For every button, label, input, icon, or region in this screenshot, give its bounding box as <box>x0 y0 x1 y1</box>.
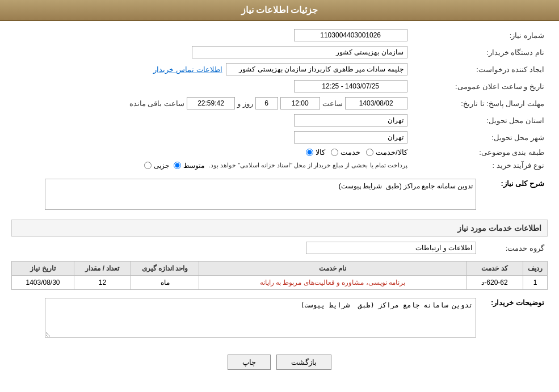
service-code-cell: 620-62-د <box>466 276 523 290</box>
requester-row: ایجاد کننده درخواست: اطلاعات تماس خریدار <box>11 61 548 78</box>
province-label: استان محل تحویل: <box>411 112 548 129</box>
notes-textarea[interactable] <box>45 298 476 338</box>
print-button[interactable]: چاپ <box>228 355 271 370</box>
col-quantity: تعداد / مقدار <box>74 262 131 276</box>
date-cell: 1403/08/30 <box>12 276 74 290</box>
service-name-cell: برنامه نویسی، مشاوره و فعالیت‌های مربوط … <box>199 276 466 290</box>
row-num-cell: 1 <box>523 276 548 290</box>
city-cell <box>11 129 411 146</box>
city-input[interactable] <box>294 131 407 144</box>
service-group-label: گروه خدمت: <box>480 239 548 256</box>
service-group-row: گروه خدمت: <box>11 239 548 256</box>
deadline-row: مهلت ارسال پاسخ: تا تاریخ: ساعت روز و سا… <box>11 95 548 112</box>
requester-input[interactable] <box>226 63 407 75</box>
services-section-header: اطلاعات خدمات مورد نیاز <box>11 220 548 237</box>
process-radio-minor[interactable] <box>144 162 152 169</box>
notes-table: توضیحات خریدار: document.querySelector('… <box>11 296 548 342</box>
services-header-row: ردیف کد خدمت نام خدمت واحد اندازه گیری ت… <box>12 262 548 276</box>
services-section-label: اطلاعات خدمات مورد نیاز <box>457 224 541 233</box>
requester-label: ایجاد کننده درخواست: <box>411 61 548 78</box>
province-input[interactable] <box>294 114 407 127</box>
announce-date-label: تاریخ و ساعت اعلان عمومی: <box>411 78 548 95</box>
description-table: شرح کلی نیاز: document.querySelector('[d… <box>11 176 548 214</box>
service-group-table: گروه خدمت: <box>11 239 548 256</box>
process-option-minor[interactable]: جزیی <box>144 162 169 170</box>
announce-date-cell <box>11 78 411 95</box>
description-label: شرح کلی نیاز: <box>501 179 544 188</box>
col-service-code: کد خدمت <box>466 262 523 276</box>
col-date: تاریخ نیاز <box>12 262 74 276</box>
process-option-medium[interactable]: متوسط <box>174 162 204 170</box>
notes-label-cell: توضیحات خریدار: <box>480 296 548 342</box>
deadline-time-label: ساعت <box>322 99 343 108</box>
page-title: جزئیات اطلاعات نیاز <box>241 5 318 15</box>
back-button[interactable]: بازگشت <box>276 355 331 370</box>
services-table-head: ردیف کد خدمت نام خدمت واحد اندازه گیری ت… <box>12 262 548 276</box>
requester-contact-link[interactable]: اطلاعات تماس خریدار <box>153 65 222 74</box>
deadline-days-input[interactable] <box>255 97 278 109</box>
process-type-label: نوع فرآیند خرید : <box>411 159 548 172</box>
col-unit: واحد اندازه گیری <box>131 262 199 276</box>
category-radio-group: کالا/خدمت خدمت کالا <box>306 148 407 157</box>
requester-cell: اطلاعات تماس خریدار <box>11 61 411 78</box>
category-label: طبقه بندی موضوعی: <box>411 146 548 159</box>
category-radio-goods[interactable] <box>306 149 313 156</box>
category-option-goods[interactable]: کالا <box>306 148 325 157</box>
need-number-label: شماره نیاز: <box>411 27 548 44</box>
table-row: 1 620-62-د برنامه نویسی، مشاوره و فعالیت… <box>12 276 548 290</box>
service-group-input[interactable] <box>306 242 476 254</box>
services-data-table: ردیف کد خدمت نام خدمت واحد اندازه گیری ت… <box>11 261 548 290</box>
page-wrapper: جزئیات اطلاعات نیاز شماره نیاز: نام دستگ… <box>0 0 559 392</box>
page-header: جزئیات اطلاعات نیاز <box>0 0 559 21</box>
process-note: پرداخت تمام یا بخشی از مبلغ خریدار از مح… <box>209 162 407 169</box>
process-type-row: نوع فرآیند خرید : پرداخت تمام یا بخشی از… <box>11 159 548 172</box>
col-row-num: ردیف <box>523 262 548 276</box>
services-table-body: 1 620-62-د برنامه نویسی، مشاوره و فعالیت… <box>12 276 548 290</box>
announce-date-input[interactable] <box>294 80 407 92</box>
deadline-remaining-label: ساعت باقی مانده <box>129 99 184 108</box>
deadline-remaining-input[interactable] <box>187 97 235 109</box>
buyer-org-label: نام دستگاه خریدار: <box>411 44 548 61</box>
process-label-minor: جزیی <box>154 162 169 170</box>
notes-value-cell: document.querySelector('[data-name="note… <box>11 296 480 342</box>
main-info-table: شماره نیاز: نام دستگاه خریدار: ایجاد کنن… <box>11 27 548 172</box>
category-label-goods: کالا <box>316 148 325 157</box>
category-option-service[interactable]: خدمت <box>331 148 360 157</box>
notes-label: توضیحات خریدار: <box>491 298 544 307</box>
city-row: شهر محل تحویل: <box>11 129 548 146</box>
deadline-days-label: روز و <box>237 99 253 108</box>
category-row: طبقه بندی موضوعی: کالا/خدمت خدمت کالا <box>11 146 548 159</box>
description-row: شرح کلی نیاز: document.querySelector('[d… <box>11 176 548 214</box>
category-radio-goods-service[interactable] <box>366 149 373 156</box>
description-textarea[interactable] <box>45 179 476 210</box>
buyer-org-cell <box>11 44 411 61</box>
deadline-time-input[interactable] <box>280 97 320 109</box>
need-number-input[interactable] <box>294 29 407 41</box>
buyer-org-row: نام دستگاه خریدار: <box>11 44 548 61</box>
content-area: شماره نیاز: نام دستگاه خریدار: ایجاد کنن… <box>0 21 559 384</box>
province-row: استان محل تحویل: <box>11 112 548 129</box>
city-label: شهر محل تحویل: <box>411 129 548 146</box>
category-option-goods-service[interactable]: کالا/خدمت <box>366 148 407 157</box>
process-radio-medium[interactable] <box>174 162 181 169</box>
requester-row-inner: اطلاعات تماس خریدار <box>15 63 407 75</box>
buyer-org-input[interactable] <box>192 46 407 58</box>
need-number-row: شماره نیاز: <box>11 27 548 44</box>
description-value-cell: document.querySelector('[data-name="desc… <box>11 176 480 214</box>
process-type-row-inner: پرداخت تمام یا بخشی از مبلغ خریدار از مح… <box>15 162 407 170</box>
unit-cell: ماه <box>131 276 199 290</box>
deadline-label: مهلت ارسال پاسخ: تا تاریخ: <box>411 95 548 112</box>
deadline-row-inner: ساعت روز و ساعت باقی مانده <box>15 97 407 109</box>
province-cell <box>11 112 411 129</box>
service-group-value-cell <box>11 239 480 256</box>
process-type-cell: پرداخت تمام یا بخشی از مبلغ خریدار از مح… <box>11 159 411 172</box>
category-label-goods-service: کالا/خدمت <box>376 148 407 157</box>
button-bar: بازگشت چاپ <box>11 346 548 378</box>
quantity-cell: 12 <box>74 276 131 290</box>
deadline-cell: ساعت روز و ساعت باقی مانده <box>11 95 411 112</box>
category-radio-service[interactable] <box>331 149 338 156</box>
deadline-date-input[interactable] <box>345 97 407 109</box>
process-label-medium: متوسط <box>183 162 204 170</box>
description-label-cell: شرح کلی نیاز: <box>480 176 548 214</box>
col-service-name: نام خدمت <box>199 262 466 276</box>
